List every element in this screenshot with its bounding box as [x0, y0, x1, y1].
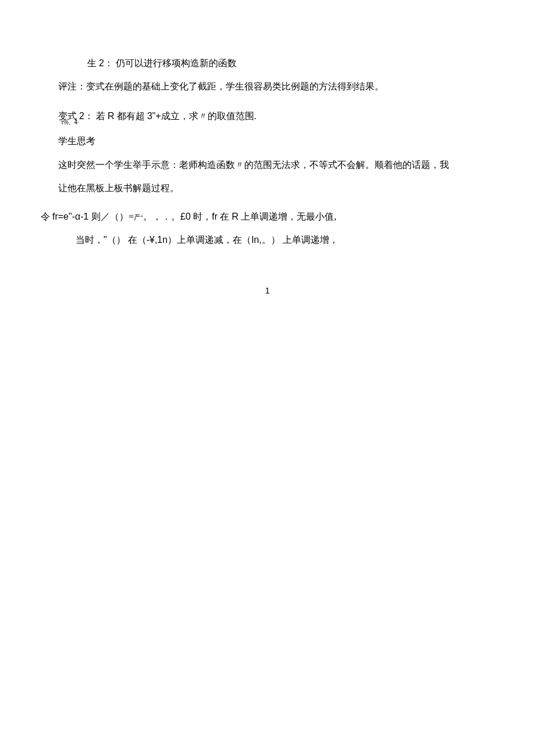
text-part: 当时， — [76, 235, 104, 245]
text-part: 学生思考 — [58, 136, 95, 146]
text-part: 在 — [220, 212, 231, 221]
text-part: 产 — [134, 213, 141, 221]
text-part: -¥,1n — [147, 235, 167, 245]
text-part: 生 — [87, 58, 99, 68]
text-part: 2 — [99, 58, 104, 68]
text-part: R — [231, 212, 241, 221]
text-part: τ%。4· — [61, 119, 79, 126]
student-2-line: 生 2： 仍可以进行移项构造新的函数 — [41, 52, 494, 74]
text-part: 成立，求〃的取值范围. — [161, 111, 256, 121]
text-part: 上单调递增，无最小值, — [241, 212, 336, 221]
formula-line-2: 当时，"（） 在（-¥,1n）上单调递减，在（In,。） 上单调递增， — [41, 229, 494, 251]
text-part: 。） 上单调递增， — [262, 235, 338, 245]
comment-line: 评注：变式在例题的基础上变化了截距，学生很容易类比例题的方法得到结果。 — [41, 76, 494, 98]
text-part: 评注：变式在例题的基础上变化了截距，学生很容易类比例题的方法得到结果。 — [58, 81, 384, 91]
text-part: 2 — [79, 111, 84, 121]
text-part: ）上单调递减，在（ — [167, 235, 251, 245]
text-part: （） 在（ — [107, 235, 147, 245]
text-part: £0 — [180, 212, 193, 221]
text-part: ·。，．。 — [141, 212, 180, 221]
narrative-line-1: 这时突然一个学生举手示意：老师构造函数〃的范围无法求，不等式不会解。顺着他的话题… — [41, 154, 494, 176]
text-part: 令 — [41, 212, 52, 221]
narrative-line-2: 让他在黑板上板书解题过程。 — [41, 177, 494, 199]
student-think-line: 学生思考 — [41, 130, 494, 152]
formula-line-1: 令 fr=e"-α-1 则／（）=产·。，．。£0 时，fr 在 R 上单调递增… — [41, 206, 494, 228]
text-part: 都有超 — [117, 111, 147, 121]
text-part: fr — [212, 212, 220, 221]
text-part: ： 若 — [84, 111, 108, 121]
text-part: 则／（）= — [91, 212, 134, 221]
text-part: 3"+ — [147, 111, 161, 121]
text-part: ： 仍可以进行移项构造新的函数 — [104, 58, 237, 68]
text-part: In, — [251, 235, 262, 245]
page-number: 1 — [41, 280, 494, 301]
text-part: 让他在黑板上板书解题过程。 — [58, 183, 179, 193]
text-part: fr=e"-α-1 — [52, 212, 91, 221]
text-part: 时， — [193, 212, 212, 221]
page-number-text: 1 — [265, 285, 270, 295]
text-part: 这时突然一个学生举手示意：老师构造函数〃的范围无法求，不等式不会解。顺着他的话题… — [58, 160, 449, 170]
text-part: R — [108, 111, 117, 121]
